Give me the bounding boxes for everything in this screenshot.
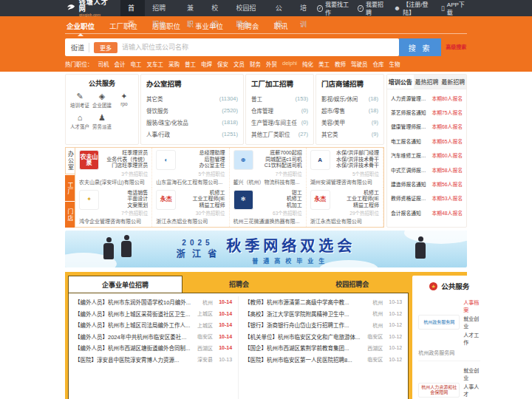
category-row[interactable]: 服装/珠宝/化妆品 (1818) [146, 116, 238, 128]
company-job-link[interactable]: 机加工 [256, 202, 302, 209]
campaign-banner[interactable]: 2025 浙 江 省 秋季网络双选会 普通高校毕业生 [65, 231, 467, 267]
subnav-item[interactable]: 招聘会 [236, 21, 261, 31]
job-listing-row[interactable]: 【教师】杭州市源清第二高级中学高中教... 杭州 10-13 [245, 296, 402, 308]
job-listing-row[interactable]: 【编外人员】2024年中共杭州市临安区委社会... 临安区 10-14 [75, 331, 232, 343]
site-logo[interactable]: 钱塘人才网 qtxqjob.com [66, 0, 110, 17]
public-service-item[interactable]: ✎ 培训考证 [69, 92, 91, 109]
category-row[interactable]: 生产管理/车间主任 (0) [251, 116, 308, 128]
company-job-link[interactable]: C1饮料配送司机 [256, 163, 302, 169]
hot-job-link[interactable]: 纯化 [302, 60, 313, 68]
more-button[interactable]: 更多 [94, 42, 117, 53]
subnav-item[interactable]: 工厂职位 [108, 21, 139, 31]
district-selector[interactable]: 街道 [71, 43, 84, 52]
hot-job-link[interactable]: 会计 [115, 60, 126, 68]
company-job-link[interactable]: 水保/洪评技术骨干 [333, 157, 379, 163]
category-row[interactable]: 其它类 (9) [321, 128, 378, 140]
company-job-link[interactable]: 平面设计 [102, 196, 148, 202]
job-listing-row[interactable]: 【编外人员】杭州市西湖区塘街道编外合同制... 西湖区 10-14 [75, 342, 232, 354]
category-row[interactable]: 美容/美甲 (9) [321, 116, 378, 128]
company-card[interactable]: A 水保/洪评部门经理水保/洪评技术骨干水保/洪评技术骨干5个热招职位 湖州安澜… [307, 148, 383, 188]
company-job-link[interactable]: 后勤管理 [179, 157, 225, 163]
public-service-item[interactable]: ♟ 劳务派遣 [91, 113, 113, 130]
hot-job-link[interactable]: 普工 [185, 60, 196, 68]
company-card[interactable]: 农夫山泉 旺季理货员业务代表（传统）门店旺季理货员3个热招职位 农夫山泉(淳安坪… [75, 148, 152, 188]
job-listing-row[interactable]: 【银行】浙商银行舟山岱山支行招聘工作... 杭州 10-12 [245, 319, 402, 331]
company-job-link[interactable]: 电话销售 [102, 190, 148, 197]
announcement-tab[interactable]: 最热招聘 [414, 75, 440, 89]
topnav-item[interactable]: 培训 [293, 0, 317, 16]
company-job-link[interactable]: 精益工程师 [179, 202, 225, 209]
category-row[interactable]: 餐饮服务 (2520) [146, 104, 238, 116]
public-service-item[interactable]: ⌂ 人才落户 [69, 113, 91, 130]
category-row[interactable]: 人事/行政 (1251) [146, 128, 238, 140]
company-job-link[interactable]: 工业工程师(IE [179, 196, 225, 202]
bottom-tab[interactable]: 校园招聘会 [296, 276, 409, 293]
company-job-link[interactable]: 精益工程师 [333, 202, 379, 209]
app-download-link[interactable]: ▯ APP下载 [441, 0, 466, 16]
hot-job-link[interactable]: 叉车工 [147, 60, 164, 68]
login-register-link[interactable]: ☻ 【注册/登陆】 [394, 0, 432, 16]
hot-job-link[interactable]: 驾驶员 [351, 60, 368, 68]
announcement-tab[interactable]: 培训公告 [387, 75, 414, 89]
category-row[interactable]: 普工 (153) [251, 92, 308, 104]
company-job-link[interactable]: 旺季理货员 [102, 150, 148, 157]
bottom-tab[interactable]: 招聘会 [183, 276, 296, 293]
job-listing-row[interactable]: 【医院】杭州市临安区第一人民医院招聘8... 临安区 10-12 [245, 354, 402, 366]
company-tab[interactable]: 门店 [65, 202, 75, 228]
hot-job-link[interactable]: 外贸 [266, 60, 277, 68]
subnav-item[interactable]: 企业职位 [65, 21, 96, 31]
topnav-item[interactable]: 校招 [204, 0, 228, 16]
announcement-item[interactable]: 电工报名通知 本期65人报名 [391, 134, 463, 148]
category-row[interactable]: 其他工厂类职位 (27) [251, 128, 308, 140]
job-listing-row[interactable]: 【国企】杭州市西湖区紫荆学前教育集团... 西湖区 10-12 [245, 342, 402, 354]
company-job-link[interactable]: 业务代表（传统） [102, 157, 148, 163]
announcement-item[interactable]: 人力资源管理师报名通知 本期80人报名 [391, 91, 463, 105]
company-card[interactable]: 永杰 机修工工业工程师(IE精益工程师30个热招职位 浙江永杰铝业有限公司 [152, 188, 229, 228]
company-job-link[interactable]: 水保/洪评部门经理 [333, 150, 379, 157]
hot-job-link[interactable]: 采购 [168, 60, 180, 68]
topnav-item[interactable]: 招聘职位 [145, 0, 180, 16]
topnav-item[interactable]: 校园招聘会 [228, 0, 267, 16]
announcement-item[interactable]: 健康管理师报名通知 本期68人报名 [391, 120, 463, 134]
gov-service-tag[interactable]: 人事档案 [463, 299, 480, 313]
hot-job-link[interactable]: 保安 [217, 60, 228, 68]
search-button[interactable]: 搜 索 [399, 38, 441, 56]
company-job-link[interactable]: 机修工 [333, 190, 379, 197]
hot-job-link[interactable]: 电焊 [201, 60, 212, 68]
gov-service-tag[interactable]: 人事人才 [463, 383, 480, 398]
company-tab[interactable]: 工厂 [65, 175, 75, 201]
company-job-link[interactable]: 水保/洪评技术骨干 [333, 163, 379, 169]
announcement-item[interactable]: 茶艺师报名通知 本期75人报名 [391, 105, 463, 119]
company-card[interactable]: ◐ 总经理助理后勤管理办公室主任5个热招职位 山东富海石化工程有限公司... [152, 148, 229, 188]
job-listing-row[interactable]: 【高校】浙江大学医学院附属精神卫生中... 杭州 10-12 [245, 308, 402, 320]
company-job-link[interactable]: 钳工 [256, 190, 302, 197]
announcement-tab[interactable]: 最新招聘 [440, 75, 466, 89]
subnav-item[interactable]: 职讯 [273, 21, 290, 31]
job-listing-row[interactable]: 【机关单位】杭州市临安区文化和广电旅游体... 临安区 10-12 [245, 331, 402, 343]
search-input[interactable] [122, 44, 393, 51]
gov-service-item[interactable]: 杭州人力资源和社会保障网 就业创业人事人才社会保障 杭州人力资源和社会保障局 [418, 361, 480, 399]
announcement-item[interactable]: 中式烹调师报名通知 本期58人报名 [391, 163, 463, 177]
topnav-item[interactable]: 首页 [120, 0, 145, 16]
company-job-link[interactable]: 机修工 [179, 190, 225, 197]
announcement-item[interactable]: 教师资格证报名通知 本期53人报名 [391, 191, 463, 205]
company-job-link[interactable]: 底薪7000起招 [256, 150, 302, 157]
hot-job-link[interactable]: 司机 [98, 60, 109, 68]
company-card[interactable]: ✻ 钳工机修工机加工63个热招职位 杭州三花微通道换热器有限... [230, 188, 307, 228]
announcement-item[interactable]: 汽车维修工报名通知 本期60人报名 [391, 149, 463, 163]
hot-job-link[interactable]: 财务 [250, 60, 261, 68]
hot-job-link[interactable]: 文员 [233, 60, 245, 68]
company-tab[interactable]: 办公室 [65, 147, 75, 174]
post-job-link[interactable]: ✓ 我要招聘 [358, 0, 384, 16]
hot-job-link[interactable]: 电工 [131, 60, 142, 68]
gov-service-tag[interactable]: 人才工作 [463, 331, 480, 346]
topnav-item[interactable]: 公招 [268, 0, 293, 16]
hot-job-link[interactable]: 教师 [335, 60, 346, 68]
job-listing-row[interactable]: 【编外人员】杭州市上城区司法局编外工作人... 上城区 10-14 [75, 319, 232, 331]
company-card[interactable]: ✦ 电话销售平面设计文案策划7个热招职位 鸿令企业管理咨询有限公司 [75, 188, 152, 228]
category-row[interactable]: 超市/零售 (18) [321, 104, 378, 116]
category-row[interactable]: 其它类 (11304) [146, 92, 238, 104]
public-service-item[interactable]: ◈ 企业团建 [91, 92, 113, 109]
hot-job-link[interactable]: 仓库 [373, 60, 384, 68]
hot-job-link[interactable]: delphi [282, 60, 297, 68]
